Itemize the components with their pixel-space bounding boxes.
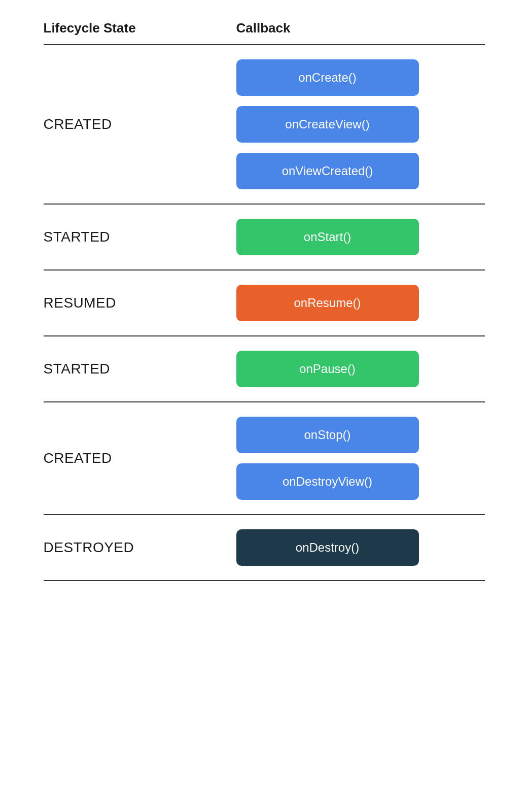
callback-btn-onviewcreated[interactable]: onViewCreated() <box>236 153 419 189</box>
callback-btn-oncreate[interactable]: onCreate() <box>236 59 419 96</box>
table-header: Lifecycle State Callback <box>44 20 485 45</box>
state-label-started-1: STARTED <box>44 229 236 245</box>
callbacks-started-1: onStart() <box>236 219 485 255</box>
lifecycle-table: Lifecycle State Callback CREATEDonCreate… <box>44 20 485 581</box>
callbacks-created-bottom: onStop()onDestroyView() <box>236 417 485 500</box>
section-created-top: CREATEDonCreate()onCreateView()onViewCre… <box>44 45 485 205</box>
section-started-1: STARTEDonStart() <box>44 205 485 270</box>
sections-container: CREATEDonCreate()onCreateView()onViewCre… <box>44 45 485 581</box>
callback-btn-onstop[interactable]: onStop() <box>236 417 419 453</box>
callback-btn-onresume[interactable]: onResume() <box>236 285 419 321</box>
section-created-bottom: CREATEDonStop()onDestroyView() <box>44 402 485 515</box>
state-label-started-2: STARTED <box>44 361 236 377</box>
callback-btn-oncreateview[interactable]: onCreateView() <box>236 106 419 143</box>
callback-btn-onpause[interactable]: onPause() <box>236 351 419 387</box>
state-label-created-bottom: CREATED <box>44 450 236 466</box>
state-label-destroyed: DESTROYED <box>44 539 236 556</box>
callback-btn-ondestroyview[interactable]: onDestroyView() <box>236 463 419 500</box>
state-label-created-top: CREATED <box>44 116 236 132</box>
state-label-resumed: RESUMED <box>44 295 236 311</box>
section-resumed: RESUMEDonResume() <box>44 270 485 336</box>
callbacks-resumed: onResume() <box>236 285 485 321</box>
section-started-2: STARTEDonPause() <box>44 336 485 402</box>
callbacks-created-top: onCreate()onCreateView()onViewCreated() <box>236 59 485 189</box>
header-callback: Callback <box>236 20 485 36</box>
section-destroyed: DESTROYEDonDestroy() <box>44 515 485 581</box>
callbacks-destroyed: onDestroy() <box>236 529 485 566</box>
header-state: Lifecycle State <box>44 20 236 36</box>
callbacks-started-2: onPause() <box>236 351 485 387</box>
callback-btn-onstart[interactable]: onStart() <box>236 219 419 255</box>
callback-btn-ondestroy[interactable]: onDestroy() <box>236 529 419 566</box>
